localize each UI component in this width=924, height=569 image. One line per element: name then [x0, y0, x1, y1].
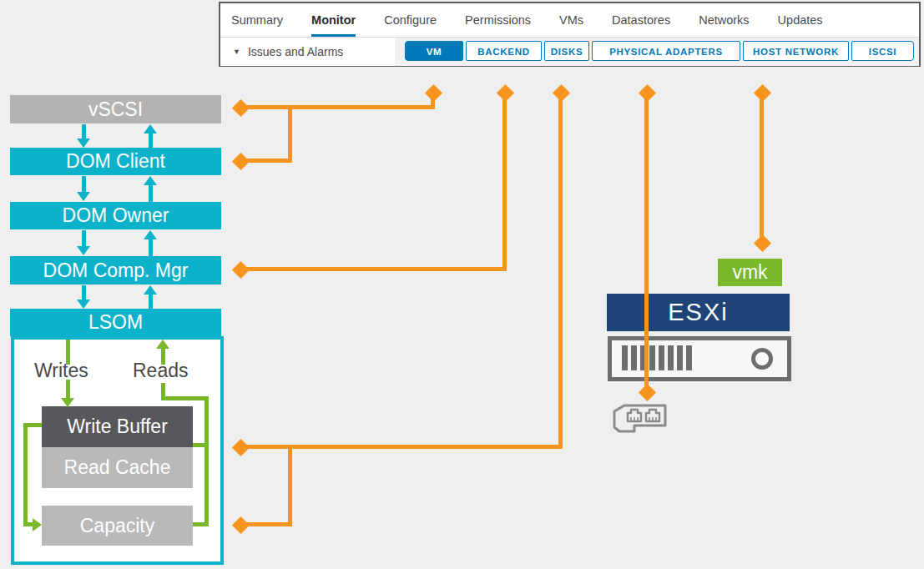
reads-flow-line	[193, 443, 206, 447]
server-vent-icon	[631, 345, 637, 370]
tab-datastores[interactable]: Datastores	[612, 3, 670, 37]
reads-flow-line	[204, 396, 209, 526]
up-arrow-icon	[149, 294, 153, 309]
vscsi-layer-box: vSCSI	[10, 95, 221, 123]
tab-networks[interactable]: Networks	[699, 3, 749, 37]
tab-bar: Summary Monitor Configure Permissions VM…	[220, 3, 919, 38]
connector-diamond-icon	[424, 83, 442, 101]
dom-comp-mgr-layer-box: DOM Comp. Mgr	[10, 256, 221, 284]
up-arrow-icon	[149, 133, 153, 148]
reads-flow-line	[193, 522, 206, 526]
connector-diamond-icon	[753, 234, 770, 251]
tab-updates[interactable]: Updates	[778, 3, 823, 37]
network-adapter-icon	[612, 403, 670, 435]
esxi-box: ESXi	[607, 294, 790, 331]
dom-client-layer-box: DOM Client	[10, 148, 221, 175]
disks-view-button[interactable]: DISKS	[544, 41, 589, 61]
server-vent-icon	[649, 345, 655, 370]
connector-diamond-icon	[231, 438, 249, 456]
server-power-icon	[751, 348, 773, 370]
connector-diamond-icon	[496, 83, 513, 101]
destage-flow-line	[23, 423, 28, 526]
down-arrow-icon	[82, 285, 86, 300]
down-arrow-icon	[77, 246, 90, 255]
server-vent-icon	[668, 345, 674, 370]
down-arrow-icon	[82, 124, 86, 139]
backend-connector-line	[240, 267, 507, 271]
tab-monitor[interactable]: Monitor	[311, 3, 356, 37]
issues-and-alarms-dropdown[interactable]: ▼ Issues and Alarms	[220, 38, 395, 66]
up-arrow-icon	[149, 184, 153, 202]
connector-diamond-icon	[231, 260, 249, 278]
vm-connector-line	[240, 105, 435, 109]
lsom-layer-box: LSOM	[10, 309, 221, 336]
reads-flow-line	[161, 348, 165, 365]
iscsi-view-button[interactable]: ISCSI	[851, 41, 914, 61]
right-arrow-icon	[33, 518, 42, 531]
down-arrow-icon	[82, 230, 86, 247]
server-vent-icon	[686, 345, 692, 370]
vm-connector-line	[288, 105, 292, 163]
read-cache-box: Read Cache	[42, 447, 193, 488]
connector-diamond-icon	[552, 83, 569, 101]
down-arrow-icon	[82, 176, 86, 193]
physical-adapters-view-button[interactable]: PHYSICAL ADAPTERS	[592, 41, 740, 61]
vmk-box: vmk	[718, 259, 782, 286]
vsan-monitoring-diagram: Summary Monitor Configure Permissions VM…	[0, 0, 924, 569]
up-arrow-icon	[149, 239, 153, 256]
tab-summary[interactable]: Summary	[231, 3, 283, 37]
host-network-view-button[interactable]: HOST NETWORK	[743, 41, 849, 61]
down-arrow-icon	[77, 138, 90, 148]
chevron-down-icon: ▼	[233, 48, 240, 56]
connector-diamond-icon	[231, 152, 249, 169]
server-vent-icon	[659, 345, 664, 370]
down-arrow-icon	[77, 192, 90, 201]
vsphere-tab-panel: Summary Monitor Configure Permissions VM…	[219, 2, 921, 67]
tab-vms[interactable]: VMs	[559, 3, 583, 37]
writes-label: Writes	[34, 360, 88, 382]
dropdown-label: Issues and Alarms	[248, 45, 343, 58]
backend-connector-line	[502, 96, 507, 271]
tab-configure[interactable]: Configure	[384, 3, 437, 37]
monitor-toolbar: ▼ Issues and Alarms VM BACKEND DISKS PHY…	[220, 38, 919, 66]
connector-diamond-icon	[753, 83, 770, 101]
server-vent-icon	[677, 345, 683, 370]
dom-owner-layer-box: DOM Owner	[10, 202, 221, 229]
tab-permissions[interactable]: Permissions	[465, 3, 531, 37]
down-arrow-icon	[61, 398, 74, 407]
capacity-box: Capacity	[42, 506, 193, 546]
connector-diamond-icon	[638, 83, 655, 101]
performance-view-buttons: VM BACKEND DISKS PHYSICAL ADAPTERS HOST …	[405, 41, 914, 61]
writes-flow-line	[66, 340, 70, 365]
disks-connector-line	[288, 445, 292, 526]
reads-flow-line	[161, 396, 209, 400]
physical-adapters-connector-line	[644, 96, 649, 387]
disks-connector-line	[558, 96, 563, 449]
connector-diamond-icon	[638, 383, 655, 400]
writes-flow-line	[66, 380, 70, 399]
vm-view-button[interactable]: VM	[405, 41, 463, 61]
down-arrow-icon	[77, 300, 90, 309]
backend-view-button[interactable]: BACKEND	[466, 41, 542, 61]
connector-diamond-icon	[231, 516, 249, 533]
write-buffer-box: Write Buffer	[42, 406, 193, 447]
server-vent-icon	[622, 345, 628, 370]
host-network-connector-line	[760, 96, 764, 238]
connector-diamond-icon	[231, 98, 249, 116]
